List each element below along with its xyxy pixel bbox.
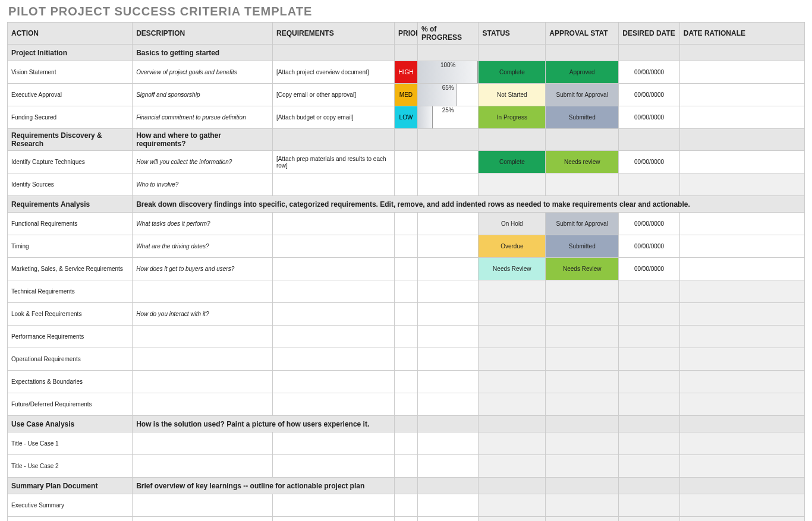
cell-status[interactable] — [479, 517, 546, 522]
cell-requirements[interactable] — [272, 393, 394, 416]
cell-priority[interactable] — [395, 213, 418, 235]
cell-progress[interactable]: 25% — [417, 106, 479, 129]
cell-action[interactable]: Vision Statement — [8, 61, 133, 84]
cell-requirements[interactable] — [272, 213, 394, 235]
cell-priority[interactable] — [395, 348, 418, 371]
cell-action[interactable]: Timing — [8, 235, 133, 258]
cell-approval[interactable] — [546, 494, 619, 517]
cell-progress[interactable] — [417, 173, 479, 196]
cell-status[interactable]: Complete — [479, 151, 546, 173]
cell-priority[interactable] — [395, 517, 418, 522]
cell-status[interactable]: In Progress — [479, 106, 546, 129]
cell-description[interactable] — [133, 455, 273, 478]
cell-rationale[interactable] — [679, 151, 804, 173]
cell-rationale[interactable] — [679, 303, 804, 326]
cell-progress[interactable] — [417, 235, 479, 258]
cell-description[interactable] — [133, 432, 273, 455]
cell-description[interactable] — [133, 348, 273, 371]
cell-progress[interactable] — [417, 455, 479, 478]
cell-progress[interactable] — [417, 432, 479, 455]
cell-priority[interactable] — [395, 280, 418, 303]
cell-priority[interactable]: MED — [395, 84, 418, 106]
cell-priority[interactable]: HIGH — [395, 61, 418, 84]
cell-date[interactable] — [619, 393, 680, 416]
cell-rationale[interactable] — [679, 258, 804, 280]
cell-rationale[interactable] — [679, 280, 804, 303]
cell-description[interactable]: Signoff and sponsorship — [133, 84, 273, 106]
cell-description[interactable] — [133, 326, 273, 348]
cell-rationale[interactable] — [679, 455, 804, 478]
cell-priority[interactable] — [395, 432, 418, 455]
cell-action[interactable]: Look & Feel Requirements — [8, 303, 133, 326]
cell-action[interactable]: Future/Deferred Requirements — [8, 393, 133, 416]
cell-approval[interactable]: Submitted — [546, 106, 619, 129]
cell-date[interactable] — [619, 348, 680, 371]
cell-action[interactable]: Functional Requirements — [8, 213, 133, 235]
cell-requirements[interactable]: [Attach project overview document] — [272, 61, 394, 84]
cell-status[interactable] — [479, 371, 546, 393]
cell-approval[interactable] — [546, 280, 619, 303]
cell-status[interactable]: On Hold — [479, 213, 546, 235]
cell-action[interactable]: Operational Requirements — [8, 348, 133, 371]
cell-rationale[interactable] — [679, 106, 804, 129]
cell-action[interactable]: Executive Approval — [8, 84, 133, 106]
cell-progress[interactable] — [417, 151, 479, 173]
cell-rationale[interactable] — [679, 61, 804, 84]
cell-rationale[interactable] — [679, 173, 804, 196]
cell-progress[interactable] — [417, 280, 479, 303]
cell-requirements[interactable]: [Copy email or other approval] — [272, 84, 394, 106]
cell-rationale[interactable] — [679, 517, 804, 522]
cell-date[interactable] — [619, 517, 680, 522]
cell-action[interactable]: Executive Summary — [8, 494, 133, 517]
cell-description[interactable]: How does it get to buyers and users? — [133, 258, 273, 280]
cell-date[interactable] — [619, 173, 680, 196]
cell-approval[interactable] — [546, 173, 619, 196]
cell-description[interactable] — [133, 280, 273, 303]
cell-date[interactable]: 00/00/0000 — [619, 235, 680, 258]
cell-requirements[interactable] — [272, 326, 394, 348]
cell-priority[interactable] — [395, 173, 418, 196]
cell-progress[interactable]: 100% — [417, 61, 479, 84]
cell-priority[interactable]: LOW — [395, 106, 418, 129]
cell-requirements[interactable] — [272, 494, 394, 517]
cell-rationale[interactable] — [679, 494, 804, 517]
cell-priority[interactable] — [395, 371, 418, 393]
cell-priority[interactable] — [395, 303, 418, 326]
cell-requirements[interactable] — [272, 432, 394, 455]
cell-progress[interactable] — [417, 258, 479, 280]
cell-rationale[interactable] — [679, 348, 804, 371]
cell-progress[interactable] — [417, 303, 479, 326]
cell-status[interactable] — [479, 173, 546, 196]
cell-date[interactable]: 00/00/0000 — [619, 61, 680, 84]
cell-status[interactable] — [479, 280, 546, 303]
cell-rationale[interactable] — [679, 371, 804, 393]
cell-date[interactable] — [619, 494, 680, 517]
cell-status[interactable] — [479, 393, 546, 416]
cell-description[interactable]: What are the driving dates? — [133, 235, 273, 258]
cell-description[interactable] — [133, 494, 273, 517]
cell-approval[interactable] — [546, 303, 619, 326]
cell-approval[interactable]: Needs Review — [546, 258, 619, 280]
cell-description[interactable] — [133, 371, 273, 393]
cell-approval[interactable] — [546, 517, 619, 522]
cell-action[interactable]: Marketing, Sales, & Service Requirements — [8, 258, 133, 280]
cell-priority[interactable] — [395, 258, 418, 280]
cell-requirements[interactable]: [Attach budget or copy email] — [272, 106, 394, 129]
cell-date[interactable]: 00/00/0000 — [619, 258, 680, 280]
cell-approval[interactable]: Submitted — [546, 235, 619, 258]
cell-date[interactable] — [619, 280, 680, 303]
cell-requirements[interactable] — [272, 303, 394, 326]
cell-date[interactable]: 00/00/0000 — [619, 106, 680, 129]
cell-status[interactable] — [479, 494, 546, 517]
cell-requirements[interactable] — [272, 455, 394, 478]
cell-priority[interactable] — [395, 151, 418, 173]
cell-priority[interactable] — [395, 393, 418, 416]
cell-date[interactable]: 00/00/0000 — [619, 84, 680, 106]
cell-description[interactable]: How will you collect the information? — [133, 151, 273, 173]
cell-approval[interactable]: Approved — [546, 61, 619, 84]
cell-approval[interactable]: Submit for Approval — [546, 213, 619, 235]
cell-rationale[interactable] — [679, 213, 804, 235]
cell-date[interactable] — [619, 326, 680, 348]
cell-action[interactable]: Funding Secured — [8, 106, 133, 129]
cell-requirements[interactable] — [272, 258, 394, 280]
